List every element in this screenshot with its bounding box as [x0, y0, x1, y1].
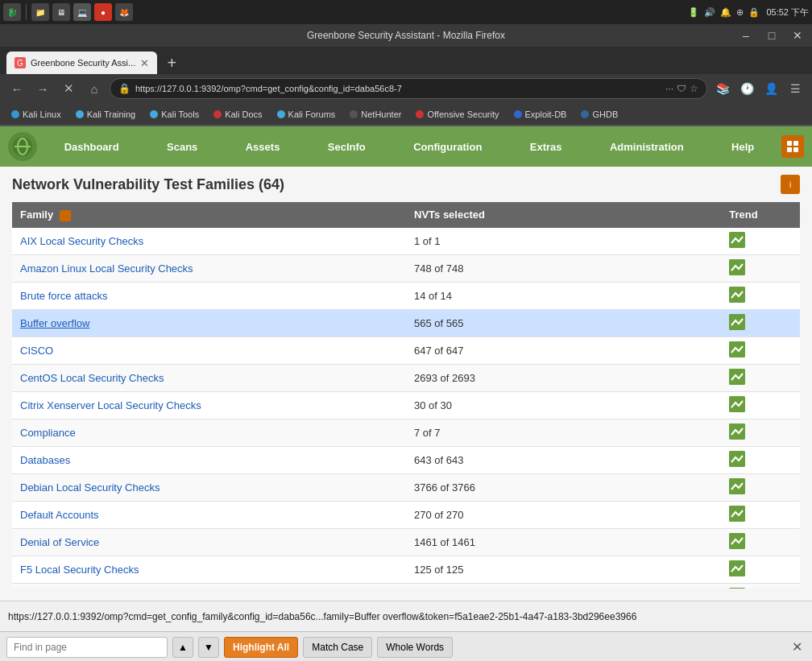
family-link[interactable]: CentOS Local Security Checks [20, 372, 164, 384]
table-cell-family: CentOS Local Security Checks [12, 364, 406, 391]
taskbar-icon-terminal[interactable]: 💻 [73, 3, 91, 21]
home-button[interactable]: ⌂ [84, 78, 105, 99]
family-link[interactable]: Citrix Xenserver Local Security Checks [20, 399, 201, 411]
nav-assets[interactable]: Assets [236, 136, 290, 158]
status-icon-battery: 🔋 [688, 7, 699, 18]
taskbar-icon-dragon[interactable]: 🐉 [3, 3, 21, 21]
profile-icon[interactable]: 👤 [760, 78, 781, 99]
col-family[interactable]: Family [12, 202, 406, 228]
trend-icon[interactable] [729, 341, 745, 357]
trend-icon[interactable] [729, 588, 745, 589]
table-cell-trend [721, 528, 800, 556]
bookmark-ghdb[interactable]: GHDB [574, 105, 624, 123]
minimize-button[interactable]: – [735, 27, 757, 44]
url-bar[interactable]: 🔒 https://127.0.0.1:9392/omp?cmd=get_con… [110, 78, 707, 99]
taskbar-icon-files[interactable]: 📁 [31, 3, 49, 21]
table-row: Amazon Linux Local Security Checks748 of… [12, 254, 800, 282]
trend-icon[interactable] [729, 396, 745, 412]
family-link[interactable]: CISCO [20, 345, 53, 357]
taskbar-icon-circle-red[interactable]: ● [94, 3, 112, 21]
find-prev-button[interactable]: ▲ [172, 637, 193, 658]
bookmark-kali-training[interactable]: Kali Training [69, 105, 143, 123]
trend-icon[interactable] [729, 259, 745, 275]
family-link[interactable]: Databases [20, 454, 70, 466]
family-link[interactable]: Brute force attacks [20, 290, 107, 302]
bookmark-kali-docs[interactable]: Kali Docs [207, 105, 268, 123]
table-row: Brute force attacks14 of 14 [12, 282, 800, 309]
menu-icon[interactable]: ☰ [785, 78, 806, 99]
table-cell-trend [721, 391, 800, 419]
bookmark-kali-tools[interactable]: Kali Tools [143, 105, 205, 123]
bookmark-offensive-security[interactable]: Offensive Security [409, 105, 505, 123]
family-link[interactable]: Denial of Service [20, 536, 99, 548]
family-link[interactable]: Amazon Linux Local Security Checks [20, 262, 193, 275]
highlight-all-button[interactable]: Highlight All [224, 637, 298, 658]
tab-close-button[interactable]: ✕ [140, 57, 149, 69]
trend-icon[interactable] [729, 451, 745, 467]
trend-icon[interactable] [729, 369, 745, 385]
table-cell-family: Citrix Xenserver Local Security Checks [12, 391, 406, 419]
find-next-button[interactable]: ▼ [198, 637, 219, 658]
nav-extras[interactable]: Extras [520, 136, 572, 158]
nav-help[interactable]: Help [722, 136, 764, 158]
history-icon[interactable]: 🕐 [736, 78, 757, 99]
table-cell-nvts: 647 of 647 [406, 337, 721, 364]
table-container[interactable]: Family NVTs selected Trend AIX Local Sec… [12, 202, 800, 589]
whole-words-button[interactable]: Whole Words [377, 637, 453, 658]
nav-administration[interactable]: Administration [600, 136, 694, 158]
page-icon: i [781, 175, 800, 194]
family-link[interactable]: Debian Local Security Checks [20, 481, 160, 494]
find-input[interactable] [6, 637, 168, 658]
url-shield-icon: 🛡 [677, 83, 686, 94]
taskbar-time: 05:52 下午 [766, 6, 809, 19]
nav-dashboard[interactable]: Dashboard [55, 136, 129, 158]
table-cell-trend [721, 337, 800, 364]
table-cell-trend [721, 282, 800, 309]
table-row: CentOS Local Security Checks2693 of 2693 [12, 364, 800, 391]
nav-secinfo[interactable]: SecInfo [318, 136, 375, 158]
url-star-icon[interactable]: ☆ [690, 83, 698, 94]
app-user-icon[interactable] [781, 135, 804, 158]
nav-scans[interactable]: Scans [157, 136, 207, 158]
trend-icon[interactable] [729, 560, 745, 576]
trend-icon[interactable] [729, 232, 745, 248]
taskbar-icon-monitor[interactable]: 🖥 [52, 3, 70, 21]
address-bar: ← → ✕ ⌂ 🔒 https://127.0.0.1:9392/omp?cmd… [0, 74, 812, 103]
trend-icon[interactable] [729, 478, 745, 494]
forward-button[interactable]: → [32, 78, 53, 99]
table-cell-nvts: 565 of 565 [406, 309, 721, 337]
family-link[interactable]: Default Accounts [20, 509, 99, 521]
find-close-button[interactable]: ✕ [788, 638, 806, 656]
trend-icon[interactable] [729, 533, 745, 549]
nav-configuration[interactable]: Configuration [404, 136, 491, 158]
table-cell-trend [721, 583, 800, 589]
family-link[interactable]: AIX Local Security Checks [20, 235, 143, 247]
bookmark-kali-linux[interactable]: Kali Linux [5, 105, 68, 123]
tab-bar: G Greenbone Security Assi... ✕ + [0, 47, 812, 74]
col-trend: Trend [721, 202, 800, 228]
table-cell-nvts: 1461 of 1461 [406, 528, 721, 556]
close-button[interactable]: ✕ [786, 27, 809, 44]
table-cell-trend [721, 309, 800, 337]
bookmark-exploit-db[interactable]: Exploit-DB [508, 105, 574, 123]
family-link[interactable]: F5 Local Security Checks [20, 564, 139, 576]
trend-icon[interactable] [729, 423, 745, 440]
trend-icon[interactable] [729, 314, 745, 330]
match-case-button[interactable]: Match Case [303, 637, 372, 658]
trend-icon[interactable] [729, 287, 745, 303]
trend-icon[interactable] [729, 506, 745, 522]
family-link[interactable]: Compliance [20, 427, 76, 439]
bookmarks-icon[interactable]: 📚 [712, 78, 733, 99]
family-link[interactable]: Buffer overflow [20, 317, 89, 329]
maximize-button[interactable]: □ [760, 27, 783, 44]
new-tab-button[interactable]: + [160, 52, 183, 74]
svg-rect-6 [793, 147, 798, 152]
bookmark-nethunter[interactable]: NetHunter [343, 105, 408, 123]
table-row: AIX Local Security Checks1 of 1 [12, 228, 800, 255]
back-button[interactable]: ← [6, 78, 27, 99]
bookmark-kali-forums[interactable]: Kali Forums [271, 105, 342, 123]
browser-tab[interactable]: G Greenbone Security Assi... ✕ [6, 52, 157, 74]
taskbar-icon-firefox[interactable]: 🦊 [115, 3, 133, 21]
bookmark-kali-tools-icon [150, 110, 158, 118]
reload-button[interactable]: ✕ [58, 78, 79, 99]
